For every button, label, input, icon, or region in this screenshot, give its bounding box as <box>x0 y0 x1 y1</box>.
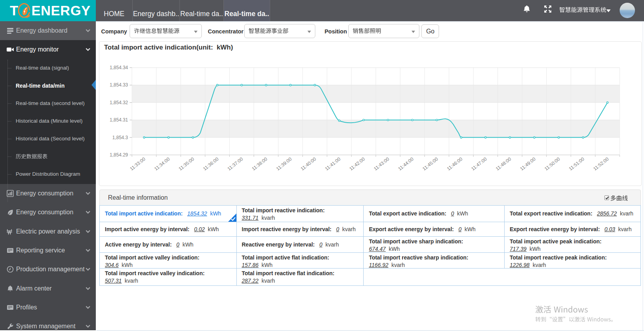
svg-text:1,854.31: 1,854.31 <box>110 117 128 123</box>
svg-text:11:45:00: 11:45:00 <box>421 156 439 171</box>
svg-text:11:41:00: 11:41:00 <box>324 156 342 171</box>
svg-text:1,854.32: 1,854.32 <box>110 100 128 105</box>
svg-text:1,854.34: 1,854.34 <box>110 65 128 70</box>
svg-text:1,854.3: 1,854.3 <box>112 135 128 140</box>
svg-text:11:49:00: 11:49:00 <box>519 156 537 171</box>
svg-text:11:43:00: 11:43:00 <box>373 156 390 171</box>
svg-text:1,854.33: 1,854.33 <box>110 82 128 88</box>
svg-text:11:50:00: 11:50:00 <box>543 156 561 171</box>
svg-text:1,854.29: 1,854.29 <box>110 152 128 158</box>
svg-text:11:37:00: 11:37:00 <box>227 156 244 171</box>
svg-text:11:52:00: 11:52:00 <box>592 156 610 171</box>
svg-text:11:39:00: 11:39:00 <box>275 156 293 171</box>
svg-text:11:47:00: 11:47:00 <box>470 156 488 171</box>
svg-text:11:51:00: 11:51:00 <box>568 156 585 171</box>
svg-text:11:38:00: 11:38:00 <box>251 156 269 171</box>
svg-text:11:46:00: 11:46:00 <box>446 156 464 171</box>
svg-text:11:34:00: 11:34:00 <box>153 156 171 171</box>
svg-text:11:33:00: 11:33:00 <box>129 156 146 171</box>
svg-text:11:35:00: 11:35:00 <box>177 156 195 171</box>
svg-text:11:40:00: 11:40:00 <box>300 156 317 171</box>
svg-text:11:42:00: 11:42:00 <box>348 156 366 171</box>
svg-text:11:44:00: 11:44:00 <box>397 156 415 171</box>
svg-text:11:48:00: 11:48:00 <box>495 156 512 171</box>
svg-text:11:36:00: 11:36:00 <box>202 156 220 171</box>
